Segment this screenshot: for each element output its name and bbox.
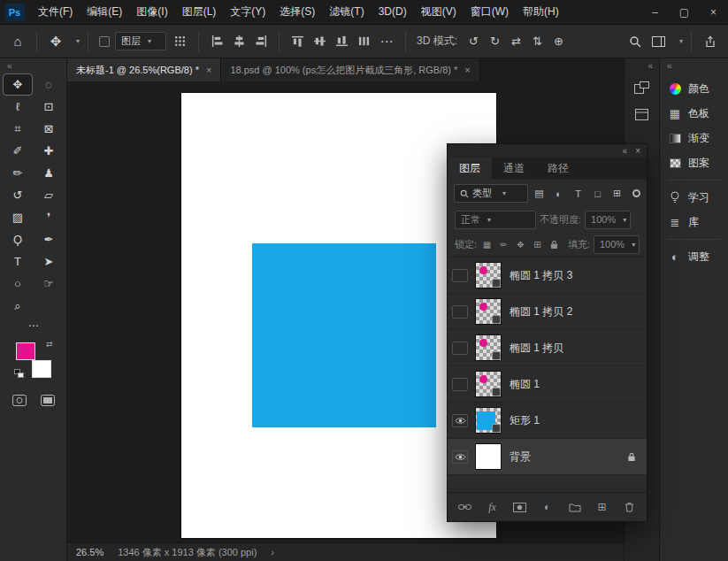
panel-learn[interactable]: 学习 xyxy=(660,185,728,210)
tab-close-icon[interactable]: × xyxy=(206,65,211,75)
move-tool-icon[interactable]: ✥ xyxy=(45,31,66,52)
ellipse-tool[interactable]: ○ xyxy=(4,273,32,294)
menu-type[interactable]: 文字(Y) xyxy=(223,0,272,24)
eraser-tool[interactable]: ▱ xyxy=(34,185,63,205)
transform-controls-icon[interactable] xyxy=(169,31,190,52)
search-icon[interactable] xyxy=(625,31,646,52)
panel-collapse-icon[interactable]: « xyxy=(623,146,628,156)
link-layers-icon[interactable] xyxy=(457,500,473,514)
3d-orbit-icon[interactable]: ↺ xyxy=(464,32,483,51)
align-center-horizontal-icon[interactable] xyxy=(229,32,249,51)
panel-patterns[interactable]: 图案 xyxy=(660,150,728,175)
new-group-icon[interactable] xyxy=(567,500,583,514)
object-selection-tool[interactable]: ⊡ xyxy=(34,96,63,117)
adjustment-layer-icon[interactable]: ◐ xyxy=(540,500,556,514)
blue-rectangle-shape[interactable] xyxy=(252,243,436,427)
3d-pan-icon[interactable]: ⇄ xyxy=(507,32,525,51)
background-color-swatch[interactable] xyxy=(32,360,51,378)
layer-row[interactable]: 椭圆 1 拷贝 xyxy=(448,330,647,366)
panel-drag-bar[interactable]: « × xyxy=(448,144,647,158)
filter-smart-objects-icon[interactable]: ⊞ xyxy=(609,185,625,202)
blur-tool[interactable]: ❜ xyxy=(34,207,63,227)
menu-select[interactable]: 选择(S) xyxy=(272,0,322,24)
status-chevron-icon[interactable]: › xyxy=(271,547,274,557)
crop-tool[interactable]: ⌗ xyxy=(4,119,32,139)
document-tab-untitled[interactable]: 未标题-1 @ 26.5%(RGB/8) * × xyxy=(67,58,221,81)
visibility-toggle[interactable] xyxy=(452,269,468,282)
menu-3d[interactable]: 3D(D) xyxy=(372,0,414,24)
visibility-toggle[interactable] xyxy=(452,342,468,355)
delete-layer-icon[interactable] xyxy=(622,500,638,514)
panel-color[interactable]: 颜色 xyxy=(660,76,728,101)
home-icon[interactable]: ⌂ xyxy=(7,31,28,52)
filter-pixel-layers-icon[interactable]: ▤ xyxy=(531,185,548,202)
zoom-level[interactable]: 26.5% xyxy=(76,547,103,557)
layer-thumbnail[interactable] xyxy=(475,407,502,434)
menu-layer[interactable]: 图层(L) xyxy=(175,0,224,24)
new-layer-icon[interactable]: ⊞ xyxy=(594,500,610,514)
3d-roll-icon[interactable]: ↻ xyxy=(486,32,504,51)
panel-close-icon[interactable]: × xyxy=(635,146,640,156)
menu-view[interactable]: 视图(V) xyxy=(414,0,464,24)
3d-scale-icon[interactable]: ⊕ xyxy=(549,32,568,51)
layer-row[interactable]: 矩形 1 xyxy=(448,403,647,439)
panel-swatches[interactable]: ▦ 色板 xyxy=(660,101,728,126)
brush-tool[interactable]: ✏ xyxy=(4,163,32,183)
maximize-button[interactable]: ▢ xyxy=(670,0,699,24)
visibility-toggle[interactable] xyxy=(452,450,468,464)
menu-edit[interactable]: 编辑(E) xyxy=(80,0,129,24)
eyedropper-tool[interactable]: ✐ xyxy=(4,141,32,161)
move-tool[interactable]: ✥ xyxy=(4,74,32,95)
layer-row[interactable]: 椭圆 1 拷贝 3 xyxy=(448,257,647,294)
opacity-select[interactable]: 100% ▾ xyxy=(585,211,631,229)
layer-row[interactable]: 背景 xyxy=(448,439,647,475)
visibility-toggle[interactable] xyxy=(452,414,468,427)
lock-image-pixels-icon[interactable]: ✏ xyxy=(497,237,510,251)
align-right-icon[interactable] xyxy=(251,32,271,51)
workspace-switcher-icon[interactable] xyxy=(648,31,670,52)
blend-mode-select[interactable]: 正常 ▾ xyxy=(455,211,536,229)
swap-colors-icon[interactable]: ⇄ xyxy=(46,341,53,349)
visibility-toggle[interactable] xyxy=(452,305,468,319)
lasso-tool[interactable]: ℓ xyxy=(4,96,32,117)
panel-adjustments[interactable]: ◐ 调整 xyxy=(660,244,728,269)
lock-transparent-pixels-icon[interactable]: ▦ xyxy=(480,237,494,251)
share-icon[interactable] xyxy=(700,31,721,52)
pen-tool[interactable]: ✒ xyxy=(34,229,63,250)
layer-row[interactable]: 椭圆 1 拷贝 2 xyxy=(448,294,647,330)
screen-mode-button[interactable] xyxy=(38,392,57,408)
align-middle-vertical-icon[interactable] xyxy=(310,32,329,51)
history-brush-tool[interactable]: ↺ xyxy=(4,185,32,205)
layer-thumbnail[interactable] xyxy=(475,371,502,397)
tab-paths[interactable]: 路径 xyxy=(536,158,580,180)
dock-collapse-icon[interactable]: « xyxy=(648,58,659,73)
tab-close-icon[interactable]: × xyxy=(464,65,470,75)
more-options-icon[interactable]: ⋯ xyxy=(376,31,397,52)
collapsed-panel-icon-1[interactable] xyxy=(630,76,655,99)
foreground-color-swatch[interactable] xyxy=(16,342,35,360)
align-bottom-icon[interactable] xyxy=(332,32,351,51)
selection-scope-select[interactable]: 图层 ▾ xyxy=(115,32,166,50)
filter-shape-layers-icon[interactable]: □ xyxy=(589,185,606,202)
auto-select-checkbox[interactable] xyxy=(99,36,110,47)
menu-file[interactable]: 文件(F) xyxy=(31,0,80,24)
spot-healing-tool[interactable]: ✚ xyxy=(34,141,63,161)
3d-slide-icon[interactable]: ⇅ xyxy=(528,32,547,51)
gradient-tool[interactable]: ▨ xyxy=(4,207,32,227)
quick-mask-button[interactable] xyxy=(10,392,29,408)
dock-collapse-icon[interactable]: « xyxy=(660,58,728,76)
panel-gradients[interactable]: 渐变 xyxy=(660,126,728,150)
type-tool[interactable]: T xyxy=(4,251,32,272)
dodge-tool[interactable]: Ϙ xyxy=(4,229,32,250)
filter-type-layers-icon[interactable]: T xyxy=(570,185,586,202)
menu-filter[interactable]: 滤镜(T) xyxy=(322,0,371,24)
layer-thumbnail[interactable] xyxy=(475,262,502,288)
toolbar-collapse-icon[interactable]: « xyxy=(0,58,12,73)
align-top-icon[interactable] xyxy=(287,32,307,51)
filter-toggle[interactable] xyxy=(632,189,640,197)
tab-channels[interactable]: 通道 xyxy=(492,158,536,180)
lock-all-icon[interactable] xyxy=(548,237,561,251)
edit-toolbar-icon[interactable]: ⋯ xyxy=(4,318,63,334)
clone-stamp-tool[interactable]: ♟ xyxy=(34,163,63,183)
lock-artboard-icon[interactable]: ⊞ xyxy=(531,237,544,251)
